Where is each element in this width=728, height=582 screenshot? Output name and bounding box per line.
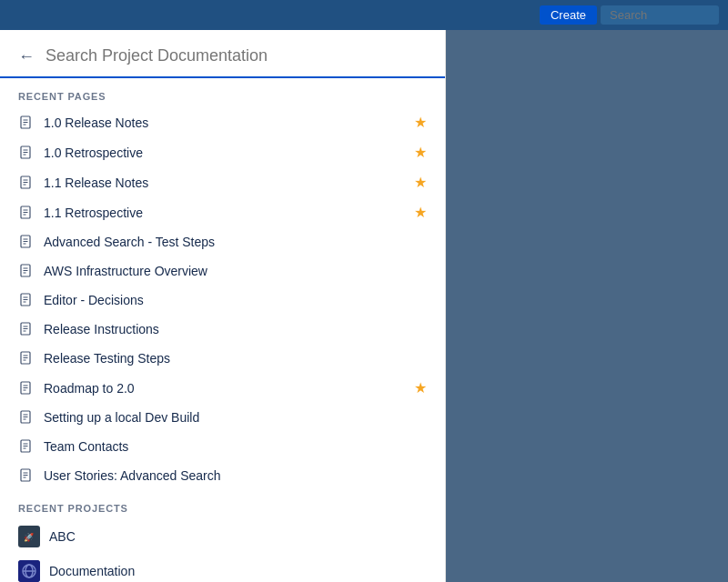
project-icon-abc: 🚀: [18, 526, 40, 547]
page-item-label: Release Instructions: [44, 322, 427, 336]
back-button[interactable]: ←: [18, 48, 35, 65]
page-item-label: AWS Infrastructure Overview: [44, 264, 427, 278]
search-input[interactable]: [46, 46, 427, 65]
doc-icon: [18, 205, 35, 221]
page-list-item[interactable]: AWS Infrastructure Overview: [0, 256, 445, 286]
svg-text:🚀: 🚀: [24, 532, 35, 543]
search-header: ←: [0, 30, 445, 78]
page-item-label: 1.1 Release Notes: [44, 176, 405, 190]
project-item-label: Documentation: [49, 564, 427, 578]
page-item-label: 1.0 Release Notes: [44, 115, 405, 130]
doc-icon: [18, 321, 35, 337]
star-icon: ★: [414, 204, 427, 221]
project-list-item[interactable]: Documentation: [0, 554, 445, 582]
page-list-item[interactable]: Roadmap to 2.0 ★: [0, 373, 445, 403]
doc-icon: [18, 467, 35, 484]
star-icon: ★: [414, 144, 427, 161]
pages-list: 1.0 Release Notes ★ 1.0 Retrospective ★: [0, 107, 445, 490]
page-list-item[interactable]: 1.0 Retrospective ★: [0, 137, 445, 167]
doc-icon: [18, 380, 35, 396]
page-list-item[interactable]: Team Contacts: [0, 432, 445, 461]
page-list-item[interactable]: Release Instructions: [0, 315, 445, 344]
doc-icon: [18, 438, 35, 455]
page-list-item[interactable]: 1.1 Retrospective ★: [0, 197, 445, 227]
doc-icon: [18, 234, 35, 250]
doc-icon: [18, 409, 35, 426]
page-item-label: Setting up a local Dev Build: [44, 410, 427, 425]
page-list-item[interactable]: Advanced Search - Test Steps: [0, 227, 445, 256]
page-list-item[interactable]: User Stories: Advanced Search: [0, 461, 445, 490]
page-item-label: Editor - Decisions: [44, 293, 427, 307]
recent-projects-label: RECENT PROJECTS: [0, 490, 445, 519]
page-item-label: User Stories: Advanced Search: [44, 468, 427, 483]
create-button[interactable]: Create: [540, 5, 597, 25]
project-list-item[interactable]: 🚀 ABC: [0, 519, 445, 554]
top-bar: Create: [0, 0, 728, 30]
page-item-label: 1.1 Retrospective: [44, 206, 405, 220]
page-item-label: 1.0 Retrospective: [44, 146, 405, 160]
star-icon: ★: [414, 174, 427, 191]
star-icon: ★: [414, 379, 427, 396]
doc-icon: [18, 175, 35, 191]
right-panel: [446, 30, 728, 582]
doc-icon: [18, 145, 35, 161]
page-list-item[interactable]: Setting up a local Dev Build: [0, 403, 445, 432]
doc-icon: [18, 263, 35, 279]
doc-icon: [18, 292, 35, 308]
project-icon-docs: [18, 560, 40, 582]
projects-list: 🚀 ABC Documentation: [0, 519, 445, 582]
project-item-label: ABC: [49, 529, 427, 544]
recent-pages-label: RECENT PAGES: [0, 78, 445, 107]
top-search-input[interactable]: [601, 5, 719, 25]
search-panel: ← RECENT PAGES 1.0 Release Notes ★: [0, 30, 446, 582]
star-icon: ★: [414, 114, 427, 131]
page-item-label: Team Contacts: [44, 439, 427, 454]
page-list-item[interactable]: 1.1 Release Notes ★: [0, 167, 445, 197]
doc-icon: [18, 115, 35, 131]
main-area: ← RECENT PAGES 1.0 Release Notes ★: [0, 30, 728, 582]
page-list-item[interactable]: 1.0 Release Notes ★: [0, 107, 445, 137]
page-list-item[interactable]: Release Testing Steps: [0, 344, 445, 373]
page-item-label: Release Testing Steps: [44, 351, 427, 366]
page-list-item[interactable]: Editor - Decisions: [0, 286, 445, 315]
page-item-label: Advanced Search - Test Steps: [44, 235, 427, 249]
doc-icon: [18, 350, 35, 366]
page-item-label: Roadmap to 2.0: [44, 381, 405, 396]
